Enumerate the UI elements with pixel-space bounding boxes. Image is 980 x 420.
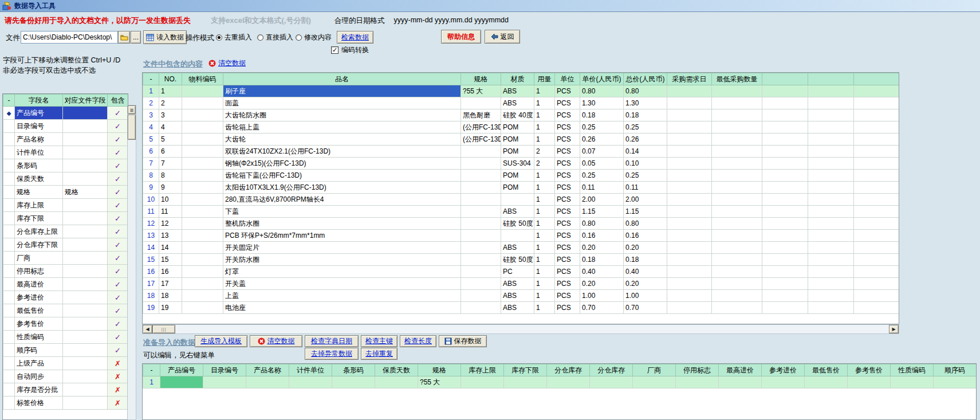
cell[interactable] bbox=[762, 230, 808, 242]
cell[interactable] bbox=[667, 254, 712, 266]
cell[interactable]: 9 bbox=[159, 182, 182, 194]
cell[interactable]: 15 bbox=[159, 254, 182, 266]
content-table-row[interactable]: 88齿轮箱下盖(公用FC-13D)POM1PCS0.250.25 bbox=[143, 170, 899, 182]
check-primary-key-button[interactable]: 检查主键 bbox=[361, 335, 397, 347]
cell[interactable] bbox=[160, 376, 203, 388]
file-field-cell[interactable] bbox=[63, 331, 108, 344]
include-mark[interactable]: ✓ bbox=[108, 107, 128, 120]
row-indicator[interactable]: 3 bbox=[143, 109, 159, 121]
field-row[interactable]: 条形码✓ bbox=[3, 159, 128, 172]
row-indicator[interactable]: 7 bbox=[143, 158, 159, 170]
cell[interactable]: 0.80 bbox=[580, 85, 624, 97]
cell[interactable]: PCS bbox=[555, 278, 580, 290]
cell[interactable]: 双联齿24TX10ZX2.1(公用FC-13D) bbox=[223, 146, 461, 158]
search-data-button[interactable]: 检索数据 bbox=[337, 31, 373, 44]
cell[interactable]: ?55 大 bbox=[418, 376, 461, 388]
row-indicator[interactable]: 17 bbox=[143, 278, 159, 290]
cell[interactable] bbox=[667, 109, 712, 121]
cell[interactable] bbox=[667, 134, 712, 146]
cell[interactable] bbox=[633, 376, 676, 388]
cell[interactable] bbox=[289, 376, 332, 388]
cell[interactable] bbox=[762, 194, 808, 206]
cell[interactable]: 硅胶 50度 bbox=[501, 218, 534, 230]
cell[interactable]: 0.18 bbox=[580, 109, 624, 121]
cell[interactable]: 面盖 bbox=[223, 97, 461, 109]
include-mark[interactable]: ✓ bbox=[108, 331, 128, 344]
field-name-cell[interactable]: 库存上限 bbox=[15, 199, 63, 212]
file-field-cell[interactable] bbox=[63, 357, 108, 370]
cell[interactable]: 0.26 bbox=[580, 134, 624, 146]
include-mark[interactable]: ✗ bbox=[108, 370, 128, 383]
cell[interactable]: PCS bbox=[555, 170, 580, 182]
cell[interactable] bbox=[461, 158, 501, 170]
include-mark[interactable]: ✓ bbox=[108, 186, 128, 199]
cell[interactable]: 0.25 bbox=[580, 121, 624, 134]
field-name-cell[interactable]: 参考进价 bbox=[15, 291, 63, 304]
mode-radio-direct-insert[interactable]: 直接插入 bbox=[257, 33, 293, 42]
cell[interactable]: 黑色耐磨 bbox=[461, 109, 501, 121]
cell[interactable] bbox=[712, 242, 762, 254]
cell[interactable]: 1.00 bbox=[580, 290, 624, 302]
cell[interactable] bbox=[667, 97, 712, 109]
include-mark[interactable]: ✓ bbox=[108, 159, 128, 172]
cell[interactable]: 1 bbox=[534, 170, 555, 182]
cell[interactable]: PCB 环保P+S/26mm*7mm*1mm bbox=[223, 230, 461, 242]
field-name-cell[interactable]: 顺序码 bbox=[15, 344, 63, 357]
cell[interactable]: PCS bbox=[555, 97, 580, 109]
col-stock-upper[interactable]: 库存上限 bbox=[461, 364, 504, 376]
cell[interactable]: 1 bbox=[534, 85, 555, 97]
cell[interactable] bbox=[182, 109, 223, 121]
field-row[interactable]: 顺序码✓ bbox=[3, 344, 128, 357]
col-row-indicator[interactable]: - bbox=[3, 95, 15, 107]
cell[interactable]: SUS-304 bbox=[501, 158, 534, 170]
cell[interactable]: 1.15 bbox=[580, 206, 624, 218]
col-include[interactable]: 包含 bbox=[108, 95, 128, 107]
field-name-cell[interactable]: 库存是否分批 bbox=[15, 383, 63, 397]
include-mark[interactable]: ✓ bbox=[108, 291, 128, 304]
cell[interactable] bbox=[762, 170, 808, 182]
include-mark[interactable]: ✓ bbox=[108, 225, 128, 238]
cell[interactable] bbox=[712, 121, 762, 134]
cell[interactable] bbox=[375, 376, 418, 388]
cell[interactable]: 0.26 bbox=[624, 134, 667, 146]
cell[interactable]: 开关盖 bbox=[223, 278, 461, 290]
cell[interactable]: 13 bbox=[159, 230, 182, 242]
cell[interactable]: 19 bbox=[159, 302, 182, 314]
cell[interactable]: 0.25 bbox=[580, 170, 624, 182]
cell[interactable]: 太阳齿10TX3LX1.9(公用FC-13D) bbox=[223, 182, 461, 194]
cell[interactable]: ABS bbox=[501, 278, 534, 290]
cell[interactable]: 1 bbox=[534, 194, 555, 206]
cell[interactable] bbox=[461, 146, 501, 158]
cell[interactable]: 1 bbox=[534, 302, 555, 314]
scroll-right-button[interactable]: ▶ bbox=[889, 325, 899, 333]
cell[interactable] bbox=[808, 254, 854, 266]
field-row[interactable]: 性质编码✓ bbox=[3, 331, 128, 344]
cell[interactable] bbox=[182, 194, 223, 206]
col-max-purchase-price[interactable]: 最高进价 bbox=[719, 364, 762, 376]
col-disabled-flag[interactable]: 停用标志 bbox=[676, 364, 719, 376]
cell[interactable] bbox=[182, 121, 223, 134]
col-product-name[interactable]: 产品名称 bbox=[246, 364, 289, 376]
cell[interactable]: 硅胶 40度 bbox=[501, 109, 534, 121]
cell[interactable] bbox=[762, 242, 808, 254]
cell[interactable] bbox=[182, 230, 223, 242]
include-mark[interactable]: ✓ bbox=[108, 212, 128, 225]
cell[interactable]: 0.70 bbox=[624, 302, 667, 314]
field-name-cell[interactable]: 目录编号 bbox=[15, 120, 63, 133]
cell[interactable] bbox=[854, 109, 899, 121]
cell[interactable]: PCS bbox=[555, 266, 580, 278]
cell[interactable] bbox=[762, 278, 808, 290]
cell[interactable]: 1 bbox=[534, 254, 555, 266]
cell[interactable] bbox=[461, 218, 501, 230]
col-spec[interactable]: 规格 bbox=[418, 364, 461, 376]
cell[interactable]: 1 bbox=[534, 121, 555, 134]
cell[interactable] bbox=[808, 170, 854, 182]
col-count-unit[interactable]: 计件单位 bbox=[289, 364, 332, 376]
field-name-cell[interactable]: 条形码 bbox=[15, 159, 63, 172]
cell[interactable] bbox=[667, 278, 712, 290]
help-button[interactable]: 帮助信息 bbox=[441, 30, 481, 44]
file-field-cell[interactable] bbox=[63, 133, 108, 146]
cell[interactable] bbox=[461, 278, 501, 290]
cell[interactable]: 0.80 bbox=[624, 218, 667, 230]
col-row-selector[interactable]: - bbox=[143, 364, 160, 376]
